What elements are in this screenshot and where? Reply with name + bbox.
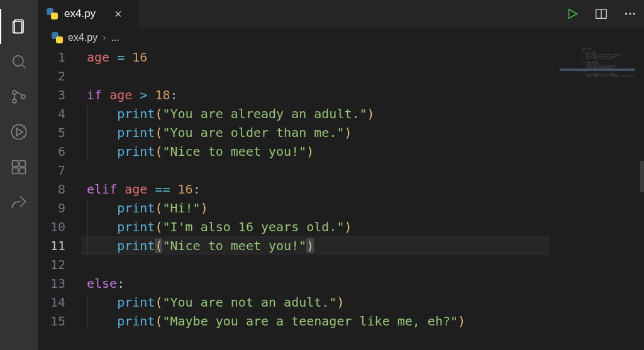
code-line[interactable]: print("Nice to meet you!") (87, 142, 550, 161)
run-button[interactable] (565, 6, 580, 21)
scrollbar-thumb[interactable] (640, 161, 644, 192)
code-line[interactable]: print("Hi!") (87, 199, 550, 217)
vscode-window: ex4.py × ex4.py › ... (0, 0, 644, 350)
code-line[interactable] (87, 67, 550, 85)
svg-rect-8 (13, 168, 18, 173)
svg-point-1 (13, 56, 23, 66)
svg-rect-6 (13, 161, 18, 167)
breadcrumb[interactable]: ex4.py › ... (38, 28, 644, 48)
editor-tabs: ex4.py × (38, 0, 644, 28)
svg-point-4 (21, 95, 25, 99)
code-editor[interactable]: 123456789101112131415 age = 16if age > 1… (38, 48, 644, 350)
code-line[interactable]: elif age == 16: (87, 180, 550, 199)
code-line[interactable] (87, 255, 550, 274)
close-icon[interactable]: × (114, 8, 122, 20)
more-actions-button[interactable] (623, 6, 638, 21)
svg-point-12 (630, 13, 631, 14)
svg-rect-9 (19, 168, 25, 173)
chevron-right-icon: › (103, 32, 106, 43)
activity-bar (0, 0, 38, 350)
activity-source-control[interactable] (0, 79, 38, 114)
svg-point-13 (634, 13, 635, 14)
code-line[interactable]: print("I'm also 16 years old.") (87, 217, 550, 236)
code-line[interactable]: print("You are not an adult.") (87, 293, 550, 312)
tab-ex4-py[interactable]: ex4.py × (38, 0, 138, 28)
minimap[interactable]: age = 16 if age > 18: print("You are alr… (560, 48, 635, 350)
svg-point-3 (13, 99, 16, 103)
code-line[interactable]: if age > 18: (87, 85, 550, 104)
activity-search[interactable] (0, 44, 38, 79)
split-editor-button[interactable] (594, 6, 609, 21)
svg-rect-7 (19, 161, 25, 167)
activity-live-share[interactable] (0, 185, 38, 220)
line-number-gutter: 123456789101112131415 (38, 48, 77, 331)
python-file-icon (47, 8, 58, 19)
activity-run-debug[interactable] (0, 114, 38, 150)
breadcrumb-rest: ... (111, 32, 119, 43)
code-line[interactable]: age = 16 (87, 48, 550, 67)
code-line[interactable]: print("You are older than me.") (87, 123, 550, 142)
svg-point-2 (13, 90, 16, 94)
activity-extensions[interactable] (0, 150, 38, 185)
code-line[interactable]: print("Maybe you are a teenager like me,… (87, 312, 550, 331)
python-file-icon (52, 32, 63, 43)
svg-point-11 (626, 13, 627, 14)
code-line[interactable]: print("You are already an adult.") (87, 104, 550, 123)
activity-explorer[interactable] (0, 9, 38, 44)
tab-label: ex4.py (64, 8, 96, 20)
code-line[interactable] (87, 161, 550, 180)
breadcrumb-file: ex4.py (68, 32, 97, 43)
code-line[interactable]: print("Nice to meet you!") (87, 236, 550, 255)
code-line[interactable]: else: (87, 274, 550, 293)
code-body[interactable]: age = 16if age > 18: print("You are alre… (87, 48, 550, 331)
